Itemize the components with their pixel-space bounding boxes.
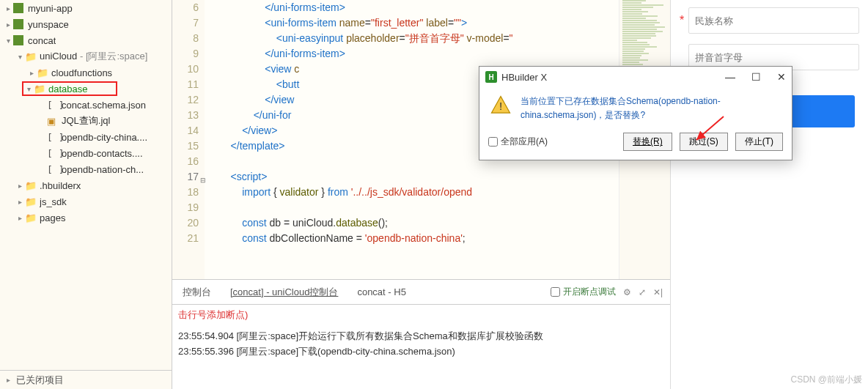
- console-tab-active[interactable]: [concat] - uniCloud控制台: [227, 286, 341, 299]
- folder-icon: 📁: [25, 196, 35, 207]
- close-icon[interactable]: ✕: [777, 71, 786, 83]
- jql-icon: ▣: [47, 116, 57, 126]
- dialog-title: HBuilder X: [501, 72, 547, 83]
- expand-icon[interactable]: ⤢: [639, 287, 646, 297]
- app-icon: H: [485, 71, 497, 83]
- tree-item-file[interactable]: [ ]concat.schema.json: [0, 97, 172, 113]
- breakpoint-toggle[interactable]: 开启断点调试: [551, 286, 616, 298]
- folder-icon: 📁: [25, 51, 35, 62]
- log-line: 23:55:55.396 [阿里云:space]下载(opendb-city-c…: [178, 344, 664, 360]
- closed-projects[interactable]: ▸已关闭项目: [0, 370, 172, 389]
- stop-button[interactable]: 停止(T): [735, 133, 783, 151]
- warning-icon: !: [490, 95, 512, 116]
- tree-item-file[interactable]: [ ]opendb-nation-ch...: [0, 161, 172, 177]
- settings-icon[interactable]: ⚙: [623, 287, 631, 297]
- tree-item-hbuilderx[interactable]: ▸📁.hbuilderx: [0, 177, 172, 193]
- console-output[interactable]: 击行号添加断点) 23:55:54.904 [阿里云:space]开始运行下载所…: [172, 305, 670, 389]
- tree-item-concat[interactable]: ▾concat: [0, 32, 172, 48]
- tree-item-file[interactable]: ▣JQL查询.jql: [0, 113, 172, 129]
- tree-item-cloudfunctions[interactable]: ▸📁cloudfunctions: [0, 64, 172, 81]
- folder-icon: 📁: [34, 84, 44, 94]
- tree-item-jssdk[interactable]: ▸📁js_sdk: [0, 193, 172, 210]
- tree-item-pages[interactable]: ▸📁pages: [0, 210, 172, 226]
- json-icon: [ ]: [47, 164, 57, 174]
- skip-button[interactable]: 跳过(S): [680, 133, 728, 151]
- dialog-message: 当前位置下已存在数据集合Schema(opendb-nation-china.s…: [521, 95, 781, 122]
- file-tree: ▸myuni-app ▸yunspace ▾concat ▾📁uniCloud …: [0, 0, 172, 389]
- close-icon[interactable]: ✕|: [653, 287, 663, 297]
- confirm-dialog: H HBuilder X ― ☐ ✕ ! 当前位置下已存在数据集合Schema(…: [479, 66, 792, 160]
- console-tab[interactable]: 控制台: [180, 286, 214, 299]
- form-field-name: *: [680, 7, 859, 34]
- log-line: 23:55:54.904 [阿里云:space]开始运行下载所有数据集合Sche…: [178, 329, 664, 344]
- maximize-icon[interactable]: ☐: [751, 71, 761, 83]
- required-star: *: [680, 14, 684, 27]
- console-panel: 控制台 [concat] - uniCloud控制台 concat - H5 开…: [172, 279, 670, 389]
- tree-item-file[interactable]: [ ]opendb-city-china....: [0, 129, 172, 145]
- tree-item-myuni[interactable]: ▸myuni-app: [0, 0, 172, 16]
- name-input[interactable]: [688, 7, 859, 34]
- tree-item-database[interactable]: ▾📁database: [0, 81, 172, 97]
- replace-button[interactable]: 替换(R): [623, 133, 672, 151]
- svg-text:!: !: [499, 100, 502, 112]
- folder-icon: 📁: [25, 212, 35, 223]
- tree-item-file[interactable]: [ ]opendb-contacts....: [0, 145, 172, 161]
- tree-item-unicloud[interactable]: ▾📁uniCloud - [阿里云:space]: [0, 48, 172, 64]
- json-icon: [ ]: [47, 132, 57, 142]
- form-preview: * 提交 CSDN @前端小媛: [670, 0, 868, 389]
- json-icon: [ ]: [47, 148, 57, 158]
- folder-icon: 📁: [37, 67, 47, 78]
- folder-icon: 📁: [25, 180, 35, 190]
- minimize-icon[interactable]: ―: [725, 71, 735, 83]
- json-icon: [ ]: [47, 100, 57, 110]
- console-hint: 击行号添加断点): [178, 308, 664, 323]
- apply-all-checkbox[interactable]: 全部应用(A): [488, 136, 548, 148]
- line-gutter[interactable]: 6789101112131415161718192021: [172, 0, 205, 279]
- tree-item-yunspace[interactable]: ▸yunspace: [0, 16, 172, 32]
- watermark: CSDN @前端小媛: [790, 374, 862, 386]
- console-tab[interactable]: concat - H5: [354, 286, 408, 297]
